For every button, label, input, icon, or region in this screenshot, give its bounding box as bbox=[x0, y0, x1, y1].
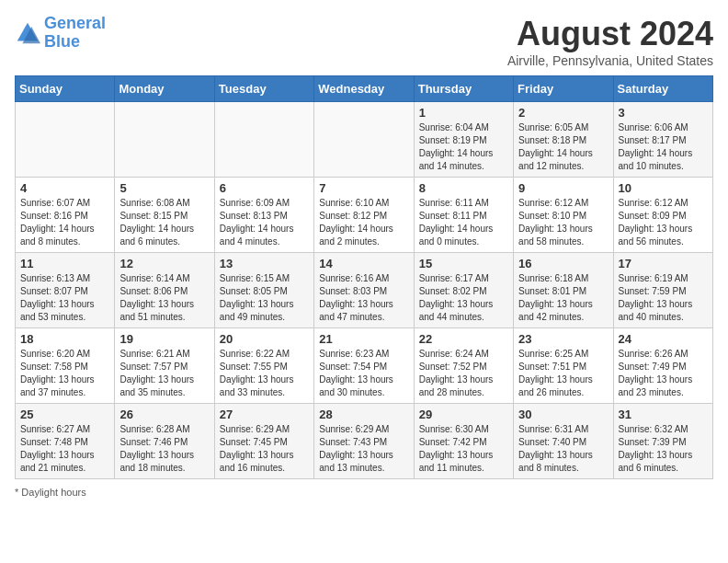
calendar-cell: 21Sunrise: 6:23 AM Sunset: 7:54 PM Dayli… bbox=[314, 328, 414, 404]
day-number: 27 bbox=[220, 408, 309, 421]
calendar-cell: 7Sunrise: 6:10 AM Sunset: 8:12 PM Daylig… bbox=[314, 178, 414, 253]
day-number: 24 bbox=[619, 332, 708, 346]
day-info: Sunrise: 6:18 AM Sunset: 8:01 PM Dayligh… bbox=[518, 272, 608, 324]
day-info: Sunrise: 6:10 AM Sunset: 8:12 PM Dayligh… bbox=[319, 197, 408, 248]
day-info: Sunrise: 6:27 AM Sunset: 7:48 PM Dayligh… bbox=[20, 423, 109, 475]
calendar-cell: 5Sunrise: 6:08 AM Sunset: 8:15 PM Daylig… bbox=[115, 178, 214, 253]
calendar-cell: 26Sunrise: 6:28 AM Sunset: 7:46 PM Dayli… bbox=[115, 404, 214, 479]
calendar-cell: 12Sunrise: 6:14 AM Sunset: 8:06 PM Dayli… bbox=[115, 253, 214, 328]
calendar-cell: 4Sunrise: 6:07 AM Sunset: 8:16 PM Daylig… bbox=[16, 178, 115, 253]
calendar-week-row: 18Sunrise: 6:20 AM Sunset: 7:58 PM Dayli… bbox=[16, 328, 713, 404]
location: Airville, Pennsylvania, United States bbox=[507, 53, 713, 68]
day-number: 26 bbox=[119, 408, 209, 421]
weekday-header-monday: Monday bbox=[115, 76, 214, 102]
day-info: Sunrise: 6:20 AM Sunset: 7:58 PM Dayligh… bbox=[20, 348, 109, 399]
calendar-cell: 23Sunrise: 6:25 AM Sunset: 7:51 PM Dayli… bbox=[514, 328, 613, 404]
day-number: 13 bbox=[220, 257, 309, 270]
day-number: 7 bbox=[319, 181, 408, 195]
day-info: Sunrise: 6:09 AM Sunset: 8:13 PM Dayligh… bbox=[220, 197, 309, 248]
calendar-table: SundayMondayTuesdayWednesdayThursdayFrid… bbox=[15, 75, 713, 479]
footer-note: * Daylight hours bbox=[15, 487, 713, 498]
weekday-header-thursday: Thursday bbox=[414, 76, 513, 102]
day-number: 25 bbox=[20, 408, 109, 421]
calendar-cell: 31Sunrise: 6:32 AM Sunset: 7:39 PM Dayli… bbox=[613, 404, 712, 479]
page-header: General Blue August 2024 Airville, Penns… bbox=[15, 15, 713, 68]
day-number: 15 bbox=[419, 257, 508, 270]
logo-line1: General bbox=[44, 14, 106, 32]
day-info: Sunrise: 6:06 AM Sunset: 8:17 PM Dayligh… bbox=[619, 121, 708, 173]
day-info: Sunrise: 6:12 AM Sunset: 8:10 PM Dayligh… bbox=[518, 197, 608, 248]
logo: General Blue bbox=[15, 15, 106, 52]
calendar-cell: 22Sunrise: 6:24 AM Sunset: 7:52 PM Dayli… bbox=[414, 328, 513, 404]
weekday-header-tuesday: Tuesday bbox=[214, 76, 313, 102]
day-info: Sunrise: 6:19 AM Sunset: 7:59 PM Dayligh… bbox=[619, 272, 708, 324]
day-number: 6 bbox=[220, 181, 309, 195]
calendar-cell bbox=[314, 102, 414, 178]
month-year: August 2024 bbox=[507, 15, 713, 53]
calendar-cell: 1Sunrise: 6:04 AM Sunset: 8:19 PM Daylig… bbox=[414, 102, 513, 178]
day-info: Sunrise: 6:28 AM Sunset: 7:46 PM Dayligh… bbox=[119, 423, 209, 475]
calendar-cell: 30Sunrise: 6:31 AM Sunset: 7:40 PM Dayli… bbox=[514, 404, 613, 479]
day-info: Sunrise: 6:25 AM Sunset: 7:51 PM Dayligh… bbox=[518, 348, 608, 399]
calendar-cell: 15Sunrise: 6:17 AM Sunset: 8:02 PM Dayli… bbox=[414, 253, 513, 328]
day-number: 10 bbox=[619, 181, 708, 195]
calendar-cell bbox=[115, 102, 214, 178]
calendar-cell: 9Sunrise: 6:12 AM Sunset: 8:10 PM Daylig… bbox=[514, 178, 613, 253]
day-number: 9 bbox=[518, 181, 608, 195]
calendar-cell: 28Sunrise: 6:29 AM Sunset: 7:43 PM Dayli… bbox=[314, 404, 414, 479]
day-number: 1 bbox=[419, 106, 508, 120]
logo-text: General Blue bbox=[44, 15, 106, 52]
day-info: Sunrise: 6:08 AM Sunset: 8:15 PM Dayligh… bbox=[119, 197, 209, 248]
day-info: Sunrise: 6:17 AM Sunset: 8:02 PM Dayligh… bbox=[419, 272, 508, 324]
day-number: 16 bbox=[518, 257, 608, 270]
day-number: 4 bbox=[20, 181, 109, 195]
calendar-cell: 10Sunrise: 6:12 AM Sunset: 8:09 PM Dayli… bbox=[613, 178, 712, 253]
day-info: Sunrise: 6:23 AM Sunset: 7:54 PM Dayligh… bbox=[319, 348, 408, 399]
day-number: 2 bbox=[518, 106, 608, 120]
day-info: Sunrise: 6:13 AM Sunset: 8:07 PM Dayligh… bbox=[20, 272, 109, 324]
calendar-cell: 8Sunrise: 6:11 AM Sunset: 8:11 PM Daylig… bbox=[414, 178, 513, 253]
day-number: 30 bbox=[518, 408, 608, 421]
weekday-header-friday: Friday bbox=[514, 76, 613, 102]
day-info: Sunrise: 6:21 AM Sunset: 7:57 PM Dayligh… bbox=[119, 348, 209, 399]
calendar-cell: 14Sunrise: 6:16 AM Sunset: 8:03 PM Dayli… bbox=[314, 253, 414, 328]
day-info: Sunrise: 6:22 AM Sunset: 7:55 PM Dayligh… bbox=[220, 348, 309, 399]
calendar-cell: 20Sunrise: 6:22 AM Sunset: 7:55 PM Dayli… bbox=[214, 328, 313, 404]
day-number: 23 bbox=[518, 332, 608, 346]
day-info: Sunrise: 6:12 AM Sunset: 8:09 PM Dayligh… bbox=[619, 197, 708, 248]
day-number: 28 bbox=[319, 408, 408, 421]
day-number: 21 bbox=[319, 332, 408, 346]
day-info: Sunrise: 6:31 AM Sunset: 7:40 PM Dayligh… bbox=[518, 423, 608, 475]
calendar-cell: 25Sunrise: 6:27 AM Sunset: 7:48 PM Dayli… bbox=[16, 404, 115, 479]
calendar-cell: 24Sunrise: 6:26 AM Sunset: 7:49 PM Dayli… bbox=[613, 328, 712, 404]
calendar-cell: 16Sunrise: 6:18 AM Sunset: 8:01 PM Dayli… bbox=[514, 253, 613, 328]
logo-icon bbox=[15, 20, 40, 46]
day-info: Sunrise: 6:29 AM Sunset: 7:43 PM Dayligh… bbox=[319, 423, 408, 475]
calendar-cell: 19Sunrise: 6:21 AM Sunset: 7:57 PM Dayli… bbox=[115, 328, 214, 404]
day-info: Sunrise: 6:07 AM Sunset: 8:16 PM Dayligh… bbox=[20, 197, 109, 248]
calendar-week-row: 25Sunrise: 6:27 AM Sunset: 7:48 PM Dayli… bbox=[16, 404, 713, 479]
day-number: 20 bbox=[220, 332, 309, 346]
day-number: 31 bbox=[619, 408, 708, 421]
calendar-cell: 17Sunrise: 6:19 AM Sunset: 7:59 PM Dayli… bbox=[613, 253, 712, 328]
logo-line2: Blue bbox=[44, 32, 80, 51]
day-info: Sunrise: 6:30 AM Sunset: 7:42 PM Dayligh… bbox=[419, 423, 508, 475]
day-info: Sunrise: 6:04 AM Sunset: 8:19 PM Dayligh… bbox=[419, 121, 508, 173]
day-number: 12 bbox=[119, 257, 209, 270]
day-number: 29 bbox=[419, 408, 508, 421]
day-info: Sunrise: 6:14 AM Sunset: 8:06 PM Dayligh… bbox=[119, 272, 209, 324]
day-info: Sunrise: 6:05 AM Sunset: 8:18 PM Dayligh… bbox=[518, 121, 608, 173]
day-number: 17 bbox=[619, 257, 708, 270]
day-info: Sunrise: 6:29 AM Sunset: 7:45 PM Dayligh… bbox=[220, 423, 309, 475]
calendar-cell: 27Sunrise: 6:29 AM Sunset: 7:45 PM Dayli… bbox=[214, 404, 313, 479]
calendar-week-row: 11Sunrise: 6:13 AM Sunset: 8:07 PM Dayli… bbox=[16, 253, 713, 328]
calendar-week-row: 4Sunrise: 6:07 AM Sunset: 8:16 PM Daylig… bbox=[16, 178, 713, 253]
calendar-cell: 11Sunrise: 6:13 AM Sunset: 8:07 PM Dayli… bbox=[16, 253, 115, 328]
day-number: 22 bbox=[419, 332, 508, 346]
calendar-cell: 18Sunrise: 6:20 AM Sunset: 7:58 PM Dayli… bbox=[16, 328, 115, 404]
calendar-week-row: 1Sunrise: 6:04 AM Sunset: 8:19 PM Daylig… bbox=[16, 102, 713, 178]
day-info: Sunrise: 6:24 AM Sunset: 7:52 PM Dayligh… bbox=[419, 348, 508, 399]
weekday-header-saturday: Saturday bbox=[613, 76, 712, 102]
day-info: Sunrise: 6:32 AM Sunset: 7:39 PM Dayligh… bbox=[619, 423, 708, 475]
day-info: Sunrise: 6:15 AM Sunset: 8:05 PM Dayligh… bbox=[220, 272, 309, 324]
